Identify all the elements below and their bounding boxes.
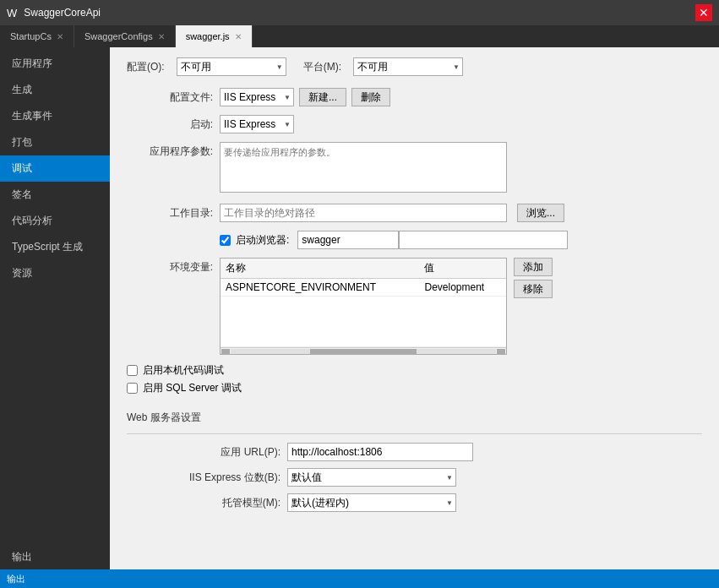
new-button[interactable]: 新建... <box>299 88 346 106</box>
launch-row: 启动: IIS Express <box>127 115 702 133</box>
tab-startupcs[interactable]: StartupCs ✕ <box>0 25 74 47</box>
webserver-section: Web 服务器设置 应用 URL(P): IIS Express 位数(B): … <box>127 402 702 512</box>
env-vars-content: 名称 值 ASPNETCORE_ENVIRONMENT Development <box>220 258 702 355</box>
platform-label: 平台(M): <box>303 60 341 74</box>
native-debug-row: 启用本机代码调试 <box>127 363 702 378</box>
title-bar-title: SwaggerCoreApi <box>24 7 695 19</box>
sidebar-item-debug-label: 调试 <box>12 162 32 174</box>
iis-port-label: IIS Express 位数(B): <box>177 471 287 485</box>
config-select[interactable]: 不可用 <box>177 57 286 76</box>
add-env-button[interactable]: 添加 <box>514 258 553 276</box>
bottom-bar: 输出 <box>0 569 719 588</box>
app-url-label: 应用 URL(P): <box>177 445 287 460</box>
iis-port-select-wrapper: 默认值 <box>287 468 456 487</box>
sidebar-item-package-label: 打包 <box>12 136 32 148</box>
table-row-empty <box>221 297 506 347</box>
sidebar-item-ts-build-label: TypeScript 生成 <box>12 241 83 253</box>
sidebar-item-build-label: 生成 <box>12 84 32 95</box>
browser-url-row <box>297 231 568 249</box>
sidebar-item-debug[interactable]: 调试 <box>0 155 110 182</box>
title-bar: W SwaggerCoreApi ✕ <box>0 0 719 25</box>
sidebar-item-sign-label: 签名 <box>12 188 32 200</box>
sql-debug-label: 启用 SQL Server 调试 <box>143 381 242 395</box>
browse-button[interactable]: 浏览... <box>517 204 564 222</box>
config-file-label: 配置文件: <box>127 88 220 105</box>
env-row-value: Development <box>419 279 506 297</box>
content-area: 配置(O): 不可用 平台(M): 不可用 配置文件: IIS Express <box>110 47 719 569</box>
hosting-select-wrapper: 默认(进程内) <box>287 493 456 512</box>
close-button[interactable]: ✕ <box>695 4 712 21</box>
workdir-input[interactable] <box>220 204 507 222</box>
sidebar-item-app[interactable]: 应用程序 <box>0 51 110 77</box>
browser-url-input[interactable] <box>297 231 399 249</box>
tabs-bar: StartupCs ✕ SwaggerConfigs ✕ swagger.js … <box>0 25 719 47</box>
sidebar-item-build[interactable]: 生成 <box>0 77 110 103</box>
sidebar-item-package[interactable]: 打包 <box>0 129 110 155</box>
config-file-content: IIS Express 新建... 删除 <box>220 88 702 106</box>
main-area: 应用程序 生成 生成事件 打包 调试 签名 代码分析 TypeScript 生成… <box>0 47 719 569</box>
sql-debug-checkbox[interactable] <box>127 383 138 394</box>
config-file-row: 配置文件: IIS Express 新建... 删除 <box>127 88 702 106</box>
title-bar-icon: W <box>7 7 17 19</box>
delete-button[interactable]: 删除 <box>351 88 390 106</box>
config-select-wrapper: 不可用 <box>177 57 286 76</box>
env-table-scrollbar[interactable] <box>221 347 506 354</box>
scrollbar-track[interactable] <box>231 349 496 354</box>
launch-label: 启动: <box>127 115 220 132</box>
workdir-label: 工作目录: <box>127 204 220 220</box>
sidebar-item-app-label: 应用程序 <box>12 57 52 69</box>
section-divider <box>127 433 702 434</box>
tab-startupcs-close[interactable]: ✕ <box>57 32 63 41</box>
table-row[interactable]: ASPNETCORE_ENVIRONMENT Development <box>221 279 506 297</box>
app-args-input[interactable] <box>220 142 507 193</box>
webserver-title: Web 服务器设置 <box>127 411 702 425</box>
launch-browser-checkbox[interactable] <box>220 235 231 246</box>
tab-swaggerconfigs-close[interactable]: ✕ <box>158 32 165 41</box>
tab-swaggerconfigs-label: SwaggerConfigs <box>84 31 153 41</box>
workdir-row: 工作目录: 浏览... <box>127 204 702 222</box>
platform-select-wrapper: 不可用 <box>353 57 463 76</box>
launch-browser-content: 启动浏览器: <box>220 231 702 249</box>
top-config-row: 配置(O): 不可用 平台(M): 不可用 <box>127 57 702 76</box>
scrollbar-thumb[interactable] <box>310 349 417 354</box>
sidebar: 应用程序 生成 生成事件 打包 调试 签名 代码分析 TypeScript 生成… <box>0 47 110 569</box>
config-file-select[interactable]: IIS Express <box>220 88 294 106</box>
browser-url-rest[interactable] <box>399 231 568 249</box>
sidebar-output[interactable]: 输出 <box>0 545 110 569</box>
tab-swaggerjs-close[interactable]: ✕ <box>235 32 242 41</box>
sidebar-item-resources[interactable]: 资源 <box>0 260 110 286</box>
launch-browser-label: 启动浏览器: <box>236 233 289 248</box>
launch-select-wrapper: IIS Express <box>220 115 294 133</box>
iis-port-row: IIS Express 位数(B): 默认值 <box>177 468 702 487</box>
hosting-label: 托管模型(M): <box>177 496 287 510</box>
sidebar-item-code-analysis[interactable]: 代码分析 <box>0 208 110 234</box>
env-table: 名称 值 ASPNETCORE_ENVIRONMENT Development <box>221 259 506 347</box>
tab-swaggerjs[interactable]: swagger.js ✕ <box>176 25 253 47</box>
app-url-row: 应用 URL(P): <box>177 443 702 461</box>
config-label: 配置(O): <box>127 60 165 74</box>
app-args-content <box>220 142 702 195</box>
sidebar-item-build-events-label: 生成事件 <box>12 110 52 122</box>
bottom-bar-label: 输出 <box>7 573 25 585</box>
sidebar-item-sign[interactable]: 签名 <box>0 182 110 208</box>
remove-env-button[interactable]: 移除 <box>514 280 553 298</box>
tab-swaggerjs-label: swagger.js <box>186 31 230 41</box>
iis-port-select[interactable]: 默认值 <box>287 468 456 487</box>
app-args-label: 应用程序参数: <box>127 142 220 159</box>
tab-swaggerconfigs[interactable]: SwaggerConfigs ✕ <box>74 25 176 47</box>
native-debug-checkbox[interactable] <box>127 365 138 376</box>
hosting-select[interactable]: 默认(进程内) <box>287 493 456 512</box>
env-vars-row: 环境变量: 名称 值 <box>127 258 702 355</box>
launch-browser-row: 启动浏览器: <box>127 231 702 249</box>
platform-select[interactable]: 不可用 <box>353 57 463 76</box>
native-debug-label: 启用本机代码调试 <box>143 363 224 378</box>
env-vars-label: 环境变量: <box>127 258 220 275</box>
launch-browser-label-spacer <box>127 231 220 233</box>
env-table-header-value: 值 <box>419 259 506 279</box>
app-url-input[interactable] <box>287 443 473 461</box>
sidebar-item-resources-label: 资源 <box>12 267 32 279</box>
env-table-wrapper: 名称 值 ASPNETCORE_ENVIRONMENT Development <box>220 258 507 355</box>
sidebar-item-build-events[interactable]: 生成事件 <box>0 103 110 129</box>
sidebar-item-ts-build[interactable]: TypeScript 生成 <box>0 234 110 260</box>
launch-select[interactable]: IIS Express <box>220 115 294 133</box>
